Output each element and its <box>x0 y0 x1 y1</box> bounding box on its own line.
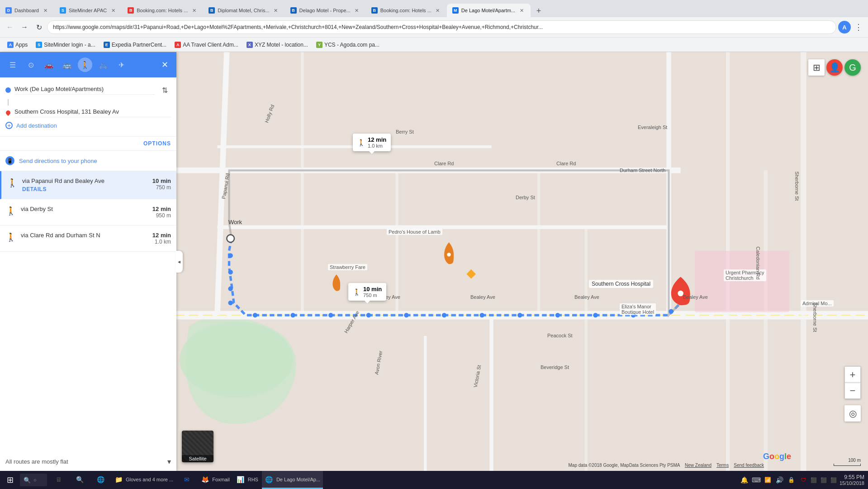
grid-view-btn[interactable]: ⊞ <box>808 59 825 76</box>
route-bubble-12min[interactable]: 🚶 12 min 1.0 km <box>353 134 391 151</box>
clock-date: 15/10/2018 <box>840 480 864 486</box>
terms-link[interactable]: Terms <box>716 463 729 468</box>
tab-close-tab1[interactable]: ✕ <box>42 7 49 14</box>
to-input[interactable]: Southern Cross Hospital, 131 Bealey Av <box>14 108 171 117</box>
car-icon[interactable]: 🚗 <box>42 58 56 72</box>
location-icon[interactable]: ⊙ <box>24 58 38 72</box>
send-feedback-link[interactable]: Send feedback <box>734 463 764 468</box>
bookmark-2[interactable]: E Expedia PartnerCent... <box>100 41 170 49</box>
start-btn[interactable]: ⊞ <box>0 471 20 489</box>
tab-tab7[interactable]: M De Lago Motel/Apartm... ✕ <box>447 4 531 17</box>
tab-tab5[interactable]: B Delago Motel - Prope... ✕ <box>285 4 366 17</box>
network-icon[interactable]: 📶 <box>764 475 773 484</box>
address-bar[interactable]: https://www.google.com/maps/dir/31+Papan… <box>47 20 836 34</box>
options-btn[interactable]: OPTIONS <box>143 140 171 147</box>
satellite-btn[interactable]: Satellite <box>182 431 213 462</box>
zoom-out-btn[interactable]: − <box>844 383 861 399</box>
svg-point-38 <box>447 253 451 256</box>
menu-icon[interactable]: ☰ <box>5 58 20 72</box>
route-info-2: via Clare Rd and Durham St N <box>21 232 148 240</box>
tab-title-tab7: De Lago Motel/Apartm... <box>461 8 515 13</box>
tab-close-tab7[interactable]: ✕ <box>518 7 525 14</box>
keyboard-icon[interactable]: ⌨ <box>752 475 761 484</box>
taskbar-app-icon-1: 🔍 <box>75 475 84 484</box>
from-input[interactable]: Work (De Lago Motel/Apartments) <box>14 86 155 95</box>
taskbar-app-7[interactable]: 🌐 De Lago Motel/Ap... <box>262 471 323 489</box>
bookmark-5[interactable]: Y YCS - Agoda.com pa... <box>313 41 383 49</box>
phone-icon: 📱 <box>5 156 14 165</box>
bookmark-3[interactable]: A AA Travel Client Adm... <box>171 41 242 49</box>
taskbar-app-0[interactable]: 🖥 <box>49 471 69 489</box>
chevron-down-icon: ▾ <box>167 457 171 466</box>
taskbar-app-2[interactable]: 🌐 <box>90 471 110 489</box>
send-directions-btn[interactable]: 📱 Send directions to your phone <box>0 151 176 171</box>
profile-btn[interactable]: A <box>838 21 851 34</box>
svg-point-22 <box>328 313 333 317</box>
search-bar[interactable]: 🔍 ○ <box>20 474 47 486</box>
zoom-in-btn[interactable]: + <box>844 366 861 383</box>
taskbar-app-3[interactable]: 📁 Gloves and 4 more ... <box>111 471 176 489</box>
tab-tab2[interactable]: S SiteMinder APAC ✕ <box>54 4 122 17</box>
forward-btn[interactable]: → <box>18 21 31 34</box>
add-destination-row[interactable]: + Add destination <box>5 119 171 132</box>
volume-icon[interactable]: 🔊 <box>775 475 784 484</box>
routes-list: 🚶 via Papanui Rd and Bealey Ave DETAILS … <box>0 171 176 452</box>
route-item-r3[interactable]: 🚶 via Clare Rd and Durham St N 12 min 1.… <box>0 225 176 252</box>
notification-icon[interactable]: 🔔 <box>740 475 749 484</box>
tab-close-tab2[interactable]: ✕ <box>109 7 117 14</box>
tab-tab4[interactable]: B Diplomat Motel, Chris... ✕ <box>203 4 285 17</box>
tab-tab6[interactable]: B Booking.com: Hotels ... ✕ <box>366 4 447 17</box>
flat-routes[interactable]: All routes are mostly flat ▾ <box>0 452 176 471</box>
collapse-panel-btn[interactable]: ◂ <box>175 251 183 273</box>
google-account-btn[interactable]: G <box>844 59 861 76</box>
taskbar-app-5[interactable]: 🦊 Foxmail <box>198 471 232 489</box>
new-tab-btn[interactable]: + <box>532 5 545 17</box>
map-area[interactable]: Pedro's House of Lamb Strawberry Fare El… <box>176 52 868 471</box>
taskbar-app-1[interactable]: 🔍 <box>70 471 90 489</box>
close-directions-btn[interactable]: ✕ <box>158 58 171 71</box>
back-btn[interactable]: ← <box>4 21 16 34</box>
svg-point-35 <box>228 301 232 305</box>
plane-icon[interactable]: ✈ <box>114 58 128 72</box>
main-content: ☰ ⊙ 🚗 🚌 🚶 🚲 ✈ ✕ Work (De Lago Motel/Apar… <box>0 52 868 471</box>
tab-close-tab3[interactable]: ✕ <box>190 7 198 14</box>
tab-tab1[interactable]: D Dashboard ✕ <box>0 4 54 17</box>
route-details-link-0[interactable]: DETAILS <box>22 186 148 192</box>
bike-icon[interactable]: 🚲 <box>96 58 110 72</box>
clock[interactable]: 9:55 PM 15/10/2018 <box>840 474 864 486</box>
bus-icon[interactable]: 🚌 <box>60 58 74 72</box>
bookmark-4[interactable]: X XYZ Motel - location... <box>243 41 312 49</box>
tab-close-tab6[interactable]: ✕ <box>434 7 441 14</box>
route-time-0: 10 min <box>152 177 171 184</box>
browser-menu-btn[interactable]: ⋮ <box>853 20 864 34</box>
tab-close-tab5[interactable]: ✕ <box>353 7 360 14</box>
new-zealand-link[interactable]: New Zealand <box>685 463 711 468</box>
swap-btn[interactable]: ⇅ <box>158 84 171 96</box>
tab-title-tab4: Diplomat Motel, Chris... <box>218 8 269 13</box>
route-item-r2[interactable]: 🚶 via Derby St 12 min 950 m <box>0 199 176 225</box>
svg-point-36 <box>227 235 234 242</box>
taskbar-app-4[interactable]: ✉ <box>177 471 197 489</box>
everaleigh-st-label: Everaleigh St <box>638 125 667 130</box>
tray-icon1[interactable]: ⬛ <box>811 477 817 483</box>
antivirus-icon[interactable]: 🛡 <box>799 475 808 484</box>
taskbar-app-icon-3: 📁 <box>114 475 123 484</box>
tray-icon2[interactable]: ⬛ <box>821 477 827 483</box>
windows-icon: ⊞ <box>7 475 14 485</box>
svg-point-31 <box>669 309 673 314</box>
tab-close-tab4[interactable]: ✕ <box>272 7 280 14</box>
shield-icon[interactable]: 🔒 <box>787 475 796 484</box>
bookmark-1[interactable]: S SiteMinder login - a... <box>32 41 99 49</box>
route-bubble-10min[interactable]: 🚶 10 min 750 m <box>348 283 386 301</box>
search-icon: 🔍 <box>24 477 31 484</box>
tab-tab3[interactable]: B Booking.com: Hotels ... ✕ <box>122 4 203 17</box>
reload-btn[interactable]: ↻ <box>33 21 45 34</box>
walk-icon[interactable]: 🚶 <box>78 58 92 72</box>
derby-st-label: Derby St <box>516 195 535 200</box>
taskbar-app-6[interactable]: 📊 RHS <box>233 471 261 489</box>
bookmark-0[interactable]: A Apps <box>4 41 31 49</box>
profile-map-btn[interactable]: 👤 <box>826 59 843 76</box>
route-item-r1[interactable]: 🚶 via Papanui Rd and Bealey Ave DETAILS … <box>0 171 176 199</box>
tray-icon3[interactable]: ⬛ <box>830 477 837 483</box>
location-btn[interactable]: ◎ <box>844 405 861 422</box>
